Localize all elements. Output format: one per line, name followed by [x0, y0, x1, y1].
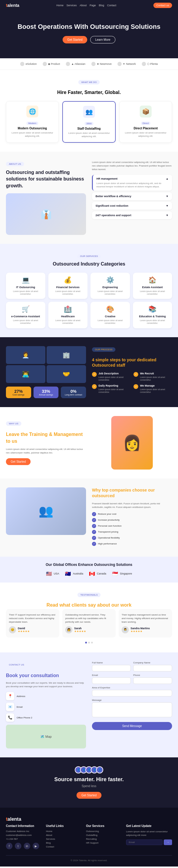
footer-link-contact[interactable]: Contact — [46, 845, 81, 848]
footer-bottom: © 2024 Talenta. All rights reserved. — [6, 855, 172, 862]
partner-newmove: ★ Newmove — [92, 62, 112, 66]
footer-contact-link-2[interactable]: customer@address.com — [6, 834, 41, 836]
dot-3[interactable] — [91, 642, 93, 644]
form-row-2: Email Phone — [92, 674, 172, 684]
twitter-icon[interactable]: t — [15, 843, 21, 849]
industry-card-8[interactable]: 📚 Education & Training Lorem ipsum dolor… — [133, 302, 172, 328]
linkedin-icon[interactable]: in — [24, 843, 30, 849]
email-input[interactable] — [92, 677, 131, 684]
check-icon-1: ✓ — [92, 512, 96, 516]
industry-title-4: Estate Assistant — [135, 286, 170, 289]
step-4: ✓ We Manage Lorem ipsum dolor sit amet c… — [134, 384, 172, 394]
footer-contact-link-3[interactable]: +1 234 567 — [6, 838, 41, 840]
footer-service-2[interactable]: Outstaffing — [86, 834, 121, 836]
steps-left: 👩‍💼 🏢 👨‍💻 🤝 27% Cost savings 33% Annual … — [6, 346, 86, 398]
hire-card-badge-3: Direct — [141, 122, 151, 125]
company-input[interactable] — [133, 665, 172, 672]
expertise-input[interactable] — [92, 690, 172, 696]
footer-link-about[interactable]: About — [46, 834, 81, 836]
usa-label: USA — [54, 572, 59, 575]
industry-card-1[interactable]: 💻 IT Outsourcing Lorem ipsum dolor sit a… — [6, 273, 45, 299]
training-cta-button[interactable]: Get Started — [6, 458, 31, 465]
steps-image-grid: 👩‍💼 🏢 👨‍💻 🤝 — [6, 346, 86, 383]
accordion-title-4: 24/7 operations and support ▼ — [96, 214, 169, 217]
footer-contact-title: Contact Information — [6, 824, 41, 828]
industry-card-7[interactable]: 🎨 Creative Lorem ipsum dolor sit amet co… — [91, 302, 130, 328]
email-label: Email — [92, 674, 131, 677]
cta-button[interactable]: Get Started — [76, 792, 101, 799]
testimonial-author-1: 😊 David ★★★★★ — [9, 626, 57, 633]
training-section: WHY US Leave the Training & Management t… — [0, 407, 178, 478]
fullname-label: Full Name — [92, 661, 131, 664]
usa-flag: 🇺🇸 — [46, 571, 52, 577]
accordion-item-3[interactable]: Significant cost reduction ▼ — [92, 202, 172, 210]
nav-cta-button[interactable]: Contact us — [153, 3, 172, 8]
nav-home[interactable]: Home — [57, 4, 64, 7]
hire-card-badge-1: Modern — [26, 122, 38, 125]
accordion-item-2[interactable]: Better workflow & efficiency ▼ — [92, 192, 172, 200]
footer-service-3[interactable]: Recruiting — [86, 838, 121, 840]
steps-grid: ✓ Job Description Lorem ipsum dolor sit … — [92, 372, 172, 394]
fullname-input[interactable] — [92, 665, 131, 672]
steps-title-highlight: 4 simple steps — [92, 358, 121, 362]
form-field-company: Company Name — [133, 661, 172, 672]
hero-outline-button[interactable]: Learn More — [90, 36, 115, 43]
testimonials-grid: Their IT support improved our efficiency… — [6, 609, 172, 638]
industry-card-2[interactable]: 💰 Financial Services Lorem ipsum dolor s… — [48, 273, 88, 299]
footer-link-home[interactable]: Home — [46, 830, 81, 833]
dot-1[interactable] — [85, 642, 87, 644]
nav-page[interactable]: Page — [90, 4, 96, 7]
submit-button[interactable]: Send Message — [92, 722, 172, 730]
nav-about[interactable]: About — [80, 4, 87, 7]
accordion-item-4[interactable]: 24/7 operations and support ▼ — [92, 211, 172, 219]
newsletter-button[interactable]: → — [164, 839, 172, 845]
nav-blog[interactable]: Blog — [99, 4, 104, 7]
accordion-item-1[interactable]: HR management ▲ Lorem ipsum dolor sit am… — [92, 175, 172, 191]
nav-contact[interactable]: Contact — [107, 4, 116, 7]
partner-atlassian: ▲ Atlassian — [66, 62, 85, 66]
industry-card-4[interactable]: 🏠 Estate Assistant Lorem ipsum dolor sit… — [133, 273, 172, 299]
form-field-message: Message — [92, 699, 172, 717]
author-info-2: Sarah ★★★★★ — [74, 627, 86, 633]
industry-card-6[interactable]: 🏥 Healthcare Lorem ipsum dolor sit amet … — [48, 302, 88, 328]
step-dot-1: ✓ — [92, 372, 97, 377]
step-3-desc: Lorem ipsum dolor sit amet consectetur. — [99, 388, 131, 394]
footer-link-services[interactable]: Services — [46, 838, 81, 840]
phone-icon: 📞 — [6, 713, 14, 722]
youtube-icon[interactable]: ▶ — [33, 843, 39, 849]
consult-phone-label: Office Phone 2 — [16, 716, 32, 719]
dot-2[interactable] — [88, 642, 90, 644]
footer-service-1[interactable]: Outsourcing — [86, 830, 121, 833]
industry-card-5[interactable]: 🛒 e-Commerce Assistant Lorem ipsum dolor… — [6, 302, 45, 328]
creative-icon: 🎨 — [93, 305, 128, 313]
nav-services[interactable]: Services — [66, 4, 77, 7]
author-name-1: David — [18, 627, 30, 630]
hire-card-badge-2: 3500 — [84, 122, 94, 125]
training-title-suffix: to us — [6, 439, 17, 444]
industry-card-3[interactable]: ⚙️ Engineering Lorem ipsum dolor sit ame… — [91, 273, 130, 299]
footer-service-4[interactable]: HR Support — [86, 841, 121, 844]
training-left: WHY US Leave the Training & Management t… — [6, 420, 86, 465]
consult-title: Book your consultation — [6, 672, 86, 679]
author-avatar-1: 😊 — [9, 626, 16, 633]
facebook-icon[interactable]: f — [6, 843, 12, 849]
footer-contact-link-1[interactable]: Customer Address Inc — [6, 830, 41, 833]
newsletter-input[interactable] — [126, 839, 163, 845]
steps-img-3: 👨‍💻 — [6, 365, 45, 383]
testimonial-card-3: Their logistics management saved us time… — [119, 609, 172, 638]
consult-phone: 📞 Office Phone 2 — [6, 713, 86, 722]
footer-link-blog[interactable]: Blog — [46, 841, 81, 844]
message-input[interactable] — [92, 702, 172, 717]
canada-label: Canada — [97, 572, 106, 575]
industry-title: Outsourced Industry Categories — [6, 261, 172, 267]
testimonial-text-2: Outstanding recruitment service. They pr… — [65, 613, 113, 624]
footer-newsletter: → — [126, 839, 172, 845]
consult-map: 🗺️ Map — [6, 725, 86, 748]
why-feature-5: ✓ Operational flexibility — [92, 536, 172, 540]
hero-primary-button[interactable]: Get Started — [63, 36, 87, 43]
partner-esolution: eSolution — [20, 62, 37, 66]
author-avatar-2: 👩 — [65, 626, 72, 633]
phone-input[interactable] — [133, 677, 172, 684]
why-feature-label-3: Personal care function — [98, 525, 121, 527]
industry-desc-7: Lorem ipsum dolor sit amet consectetur. — [93, 319, 128, 324]
